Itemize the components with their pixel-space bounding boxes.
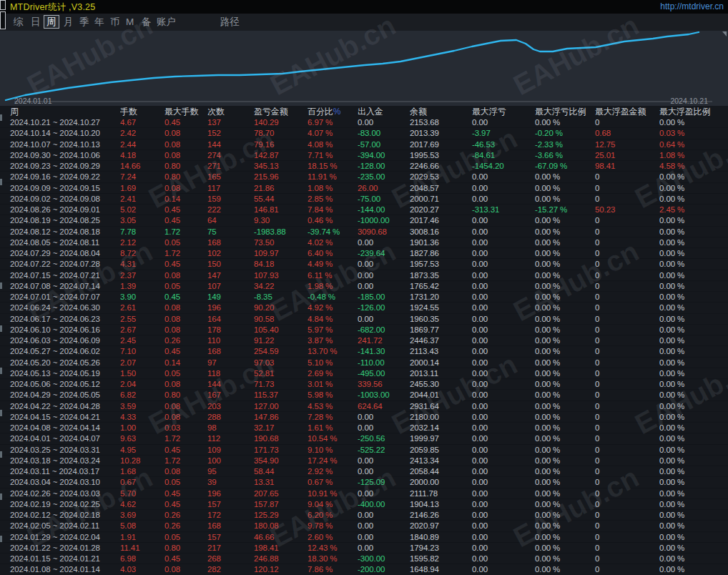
cell-percent: 4.49 %	[308, 259, 358, 269]
app-url-link[interactable]: http://mtdriver.cn	[660, 1, 724, 11]
table-row[interactable]: 2024.03.18 ~ 2024.03.2410.281.72100354.9…	[0, 456, 728, 466]
menu-item-backup[interactable]: 备	[139, 16, 154, 28]
table-row[interactable]: 2024.09.30 ~ 2024.10.064.180.08274142.87…	[0, 150, 728, 161]
cell-percent: 2.60 %	[308, 532, 358, 542]
cell-lots: 2.04	[120, 379, 164, 389]
cell-deposit-withdraw: 0.00	[358, 456, 410, 466]
header-balance[interactable]: 余额	[410, 106, 472, 117]
header-week-range[interactable]: 周	[4, 106, 120, 117]
header-lots[interactable]: 手数	[120, 106, 164, 117]
table-row[interactable]: 2024.09.23 ~ 2024.09.2914.660.80271345.1…	[0, 161, 728, 172]
table-row[interactable]: 2024.04.22 ~ 2024.04.283.590.08203127.00…	[0, 401, 728, 412]
table-row[interactable]: 2024.07.22 ~ 2024.07.284.310.4515084.184…	[0, 259, 728, 270]
header-percent[interactable]: 百分比%	[308, 106, 358, 117]
table-row[interactable]: 2024.07.15 ~ 2024.07.212.370.08147107.93…	[0, 270, 728, 281]
cell-percent: 1.98 %	[308, 281, 358, 291]
cell-max-floating-loss-pct: 0.00 %	[535, 346, 595, 356]
table-row[interactable]: 2024.08.05 ~ 2024.08.112.120.0516873.504…	[0, 237, 728, 248]
table-row[interactable]: 2024.06.17 ~ 2024.06.232.550.0816490.584…	[0, 314, 728, 325]
menu-item-day[interactable]: 日	[29, 16, 43, 28]
cell-profit: 142.87	[254, 150, 308, 160]
cell-max-floating-profit: 0	[595, 227, 659, 237]
header-max-floating-loss-pct[interactable]: 最大浮亏比例	[535, 106, 595, 117]
table-row[interactable]: 2024.01.29 ~ 2024.02.041.910.0515746.662…	[0, 532, 728, 543]
row-marker-tick	[0, 493, 2, 500]
table-row[interactable]: 2024.09.16 ~ 2024.09.227.240.80165215.96…	[0, 172, 728, 182]
row-marker-tick	[0, 282, 2, 289]
cell-max-lots: 0.14	[164, 358, 207, 368]
table-row[interactable]: 2024.10.07 ~ 2024.10.132.440.0814479.164…	[0, 139, 728, 150]
table-row[interactable]: 2024.05.20 ~ 2024.05.262.070.149797.035.…	[0, 358, 728, 368]
cell-lots: 8.72	[120, 248, 164, 258]
table-row[interactable]: 2024.07.01 ~ 2024.07.073.900.45149-8.35-…	[0, 292, 728, 303]
cell-max-floating-loss: 0.00	[472, 499, 535, 509]
table-row[interactable]: 2024.08.26 ~ 2024.09.015.020.45222146.81…	[0, 205, 728, 215]
header-max-floating-profit[interactable]: 最大浮盈金额	[595, 106, 659, 117]
table-row[interactable]: 2024.05.13 ~ 2024.05.191.500.0511852.812…	[0, 368, 728, 379]
menu-item-month[interactable]: 月	[62, 16, 76, 28]
table-row[interactable]: 2024.04.01 ~ 2024.04.079.631.72112190.68…	[0, 433, 728, 444]
cell-week-range: 2024.05.06 ~ 2024.05.12	[4, 379, 120, 389]
cell-max-floating-profit: 0	[595, 335, 659, 345]
table-row[interactable]: 2024.07.29 ~ 2024.08.048.721.72102109.97…	[0, 248, 728, 259]
cell-lots: 4.67	[120, 117, 164, 127]
menu-item-year[interactable]: 年	[92, 16, 107, 28]
cell-lots: 2.42	[120, 128, 164, 138]
table-row[interactable]: 2024.05.06 ~ 2024.05.122.040.0814471.733…	[0, 379, 728, 390]
menu-item-m[interactable]: M	[124, 16, 136, 28]
header-max-lots[interactable]: 最大手数	[164, 106, 207, 117]
cell-week-range: 2024.02.26 ~ 2024.03.03	[4, 488, 120, 498]
menu-item-currency[interactable]: 币	[108, 16, 122, 28]
menu-item-quarter[interactable]: 季	[77, 16, 92, 28]
cell-max-floating-profit: 0	[595, 554, 659, 564]
table-row[interactable]: 2024.04.08 ~ 2024.04.141.000.039832.171.…	[0, 423, 728, 433]
table-row[interactable]: 2024.01.15 ~ 2024.01.216.980.45268246.88…	[0, 554, 728, 564]
table-row[interactable]: 2024.06.03 ~ 2024.06.092.450.2611091.223…	[0, 335, 728, 346]
table-row[interactable]: 2024.08.12 ~ 2024.08.187.781.7275-1983.8…	[0, 227, 728, 237]
cell-profit: 13.31	[254, 477, 308, 487]
cell-max-floating-profit-pct: 0.00 %	[659, 194, 728, 204]
table-row[interactable]: 2024.01.08 ~ 2024.01.144.030.08282120.12…	[0, 564, 728, 575]
cell-deposit-withdraw: -300.00	[358, 554, 410, 564]
header-trades[interactable]: 次数	[207, 106, 254, 117]
table-row[interactable]: 2024.06.10 ~ 2024.06.162.670.08178105.40…	[0, 325, 728, 335]
cell-deposit-withdraw: 0.00	[358, 423, 410, 433]
header-deposit-withdraw[interactable]: 出入金	[358, 106, 410, 117]
cell-max-lots: 0.45	[164, 292, 207, 302]
table-row[interactable]: 2024.02.05 ~ 2024.02.115.080.26168180.08…	[0, 521, 728, 531]
menu-item-summary[interactable]: 综	[11, 16, 26, 28]
cell-max-floating-loss: 0.00	[472, 390, 535, 400]
table-row[interactable]: 2024.03.04 ~ 2024.03.100.670.053913.310.…	[0, 477, 728, 488]
table-row[interactable]: 2024.10.21 ~ 2024.10.274.670.45137140.29…	[0, 117, 728, 128]
cell-max-floating-profit-pct: 0.00 %	[659, 346, 728, 356]
cell-max-floating-loss-pct: 0.00 %	[535, 117, 595, 127]
table-row[interactable]: 2024.05.27 ~ 2024.06.027.100.45168254.59…	[0, 346, 728, 357]
cell-max-floating-loss: 0.00	[472, 259, 535, 269]
table-row[interactable]: 2024.10.14 ~ 2024.10.202.420.0815278.704…	[0, 128, 728, 139]
header-profit[interactable]: 盈亏金额	[254, 106, 308, 117]
table-row[interactable]: 2024.02.19 ~ 2024.02.254.620.45157157.87…	[0, 499, 728, 510]
table-row[interactable]: 2024.02.26 ~ 2024.03.035.700.45196207.65…	[0, 488, 728, 499]
cell-max-floating-loss-pct: 0.00 %	[535, 281, 595, 291]
cell-max-floating-profit: 0	[595, 412, 659, 422]
table-row[interactable]: 2024.09.09 ~ 2024.09.151.690.0811721.861…	[0, 183, 728, 194]
table-row[interactable]: 2024.08.19 ~ 2024.08.253.050.45649.300.4…	[0, 215, 728, 226]
table-row[interactable]: 2024.03.25 ~ 2024.03.314.950.45109171.73…	[0, 445, 728, 456]
menu-item-account[interactable]: 账户	[154, 16, 178, 28]
table-row[interactable]: 2024.07.08 ~ 2024.07.141.390.0510734.221…	[0, 281, 728, 292]
table-row[interactable]: 2024.09.02 ~ 2024.09.082.410.1415955.442…	[0, 194, 728, 205]
table-row[interactable]: 2024.01.22 ~ 2024.01.2811.410.80217198.4…	[0, 543, 728, 554]
header-max-floating-loss[interactable]: 最大浮亏	[472, 106, 535, 117]
table-row[interactable]: 2024.02.12 ~ 2024.02.183.690.26172125.29…	[0, 510, 728, 521]
scroll-arrow-icon[interactable]	[722, 31, 727, 36]
cell-max-lots: 0.05	[164, 281, 207, 291]
scrollbar-fragment[interactable]	[0, 11, 6, 29]
menu-item-week[interactable]: 周	[44, 15, 59, 29]
table-row[interactable]: 2024.03.11 ~ 2024.03.171.680.089558.442.…	[0, 466, 728, 477]
table-row[interactable]: 2024.04.29 ~ 2024.05.056.820.80167115.37…	[0, 390, 728, 400]
table-row[interactable]: 2024.04.15 ~ 2024.04.214.330.08288147.86…	[0, 412, 728, 423]
header-max-floating-profit-pct[interactable]: 最大浮盈比例	[659, 106, 728, 117]
scrollbar-fragment[interactable]	[0, 0, 6, 10]
menu-item-path[interactable]: 路径	[220, 16, 240, 29]
table-row[interactable]: 2024.06.24 ~ 2024.06.302.610.0819690.204…	[0, 303, 728, 313]
